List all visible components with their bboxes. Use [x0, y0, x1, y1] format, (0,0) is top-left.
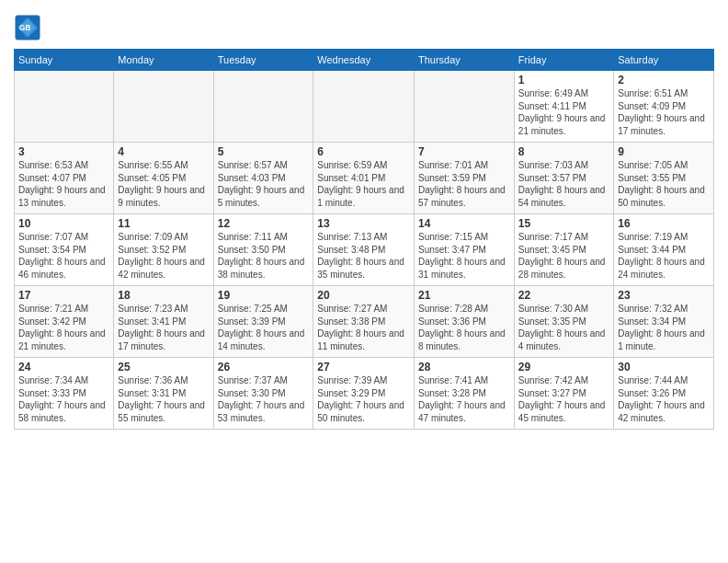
day-number: 22	[518, 289, 609, 302]
day-number: 2	[618, 74, 710, 86]
day-info: Sunrise: 7:07 AM Sunset: 3:54 PM Dayligh…	[18, 231, 109, 281]
day-info: Sunrise: 7:32 AM Sunset: 3:34 PM Dayligh…	[618, 303, 710, 352]
calendar-cell	[313, 71, 415, 143]
calendar-week-row: 24Sunrise: 7:34 AM Sunset: 3:33 PM Dayli…	[15, 358, 714, 430]
day-info: Sunrise: 7:19 AM Sunset: 3:44 PM Dayligh…	[618, 231, 710, 281]
calendar-cell: 4Sunrise: 6:55 AM Sunset: 4:05 PM Daylig…	[114, 143, 213, 214]
day-info: Sunrise: 7:21 AM Sunset: 3:42 PM Dayligh…	[18, 303, 109, 352]
calendar-cell: 14Sunrise: 7:15 AM Sunset: 3:47 PM Dayli…	[415, 214, 515, 286]
calendar-cell: 9Sunrise: 7:05 AM Sunset: 3:55 PM Daylig…	[614, 143, 714, 214]
day-info: Sunrise: 7:13 AM Sunset: 3:48 PM Dayligh…	[317, 231, 410, 281]
day-number: 12	[218, 217, 310, 230]
calendar-cell: 21Sunrise: 7:28 AM Sunset: 3:36 PM Dayli…	[415, 286, 515, 358]
day-number: 24	[18, 361, 109, 373]
day-info: Sunrise: 7:42 AM Sunset: 3:27 PM Dayligh…	[518, 374, 609, 424]
calendar-cell: 19Sunrise: 7:25 AM Sunset: 3:39 PM Dayli…	[213, 286, 313, 358]
calendar-week-row: 3Sunrise: 6:53 AM Sunset: 4:07 PM Daylig…	[15, 143, 714, 214]
day-info: Sunrise: 6:53 AM Sunset: 4:07 PM Dayligh…	[18, 159, 109, 209]
main-container: GB SundayMondayTuesdayWednesdayThursdayF…	[0, 0, 728, 434]
day-info: Sunrise: 7:27 AM Sunset: 3:38 PM Dayligh…	[317, 303, 410, 352]
calendar-cell: 11Sunrise: 7:09 AM Sunset: 3:52 PM Dayli…	[114, 214, 213, 286]
weekday-header-tuesday: Tuesday	[213, 50, 313, 71]
day-number: 11	[118, 217, 209, 230]
day-number: 9	[618, 145, 710, 158]
calendar-cell	[114, 71, 213, 143]
day-info: Sunrise: 7:36 AM Sunset: 3:31 PM Dayligh…	[118, 374, 209, 424]
day-info: Sunrise: 7:34 AM Sunset: 3:33 PM Dayligh…	[18, 374, 109, 424]
calendar-cell: 13Sunrise: 7:13 AM Sunset: 3:48 PM Dayli…	[313, 214, 415, 286]
day-number: 8	[518, 145, 609, 158]
day-info: Sunrise: 7:39 AM Sunset: 3:29 PM Dayligh…	[317, 374, 410, 424]
day-info: Sunrise: 6:59 AM Sunset: 4:01 PM Dayligh…	[317, 159, 410, 209]
day-info: Sunrise: 6:49 AM Sunset: 4:11 PM Dayligh…	[518, 87, 609, 137]
calendar-cell: 8Sunrise: 7:03 AM Sunset: 3:57 PM Daylig…	[514, 143, 613, 214]
day-number: 1	[518, 74, 609, 86]
calendar-cell	[415, 71, 515, 143]
calendar-cell: 29Sunrise: 7:42 AM Sunset: 3:27 PM Dayli…	[514, 358, 613, 430]
calendar-cell: 18Sunrise: 7:23 AM Sunset: 3:41 PM Dayli…	[114, 286, 213, 358]
day-info: Sunrise: 7:09 AM Sunset: 3:52 PM Dayligh…	[118, 231, 209, 281]
calendar-cell: 6Sunrise: 6:59 AM Sunset: 4:01 PM Daylig…	[313, 143, 415, 214]
day-number: 14	[418, 217, 510, 230]
calendar-cell: 1Sunrise: 6:49 AM Sunset: 4:11 PM Daylig…	[514, 71, 613, 143]
weekday-header-friday: Friday	[514, 50, 613, 71]
day-number: 16	[618, 217, 710, 230]
day-info: Sunrise: 7:41 AM Sunset: 3:28 PM Dayligh…	[418, 374, 510, 424]
calendar-table: SundayMondayTuesdayWednesdayThursdayFrid…	[14, 49, 714, 430]
logo: GB	[14, 14, 43, 41]
day-number: 19	[218, 289, 310, 302]
header: GB	[14, 9, 714, 41]
day-info: Sunrise: 7:01 AM Sunset: 3:59 PM Dayligh…	[418, 159, 510, 209]
calendar-cell	[15, 71, 114, 143]
day-info: Sunrise: 7:28 AM Sunset: 3:36 PM Dayligh…	[418, 303, 510, 352]
calendar-cell: 28Sunrise: 7:41 AM Sunset: 3:28 PM Dayli…	[415, 358, 515, 430]
calendar-cell: 20Sunrise: 7:27 AM Sunset: 3:38 PM Dayli…	[313, 286, 415, 358]
day-number: 21	[418, 289, 510, 302]
calendar-cell: 25Sunrise: 7:36 AM Sunset: 3:31 PM Dayli…	[114, 358, 213, 430]
weekday-header-saturday: Saturday	[614, 50, 714, 71]
calendar-week-row: 17Sunrise: 7:21 AM Sunset: 3:42 PM Dayli…	[15, 286, 714, 358]
day-number: 27	[317, 361, 410, 373]
calendar-cell: 26Sunrise: 7:37 AM Sunset: 3:30 PM Dayli…	[213, 358, 313, 430]
day-info: Sunrise: 7:30 AM Sunset: 3:35 PM Dayligh…	[518, 303, 609, 352]
day-number: 5	[218, 145, 310, 158]
day-info: Sunrise: 7:05 AM Sunset: 3:55 PM Dayligh…	[618, 159, 710, 209]
svg-text:GB: GB	[19, 24, 30, 32]
logo-icon: GB	[14, 14, 41, 41]
day-number: 25	[118, 361, 209, 373]
calendar-cell: 3Sunrise: 6:53 AM Sunset: 4:07 PM Daylig…	[15, 143, 114, 214]
calendar-cell: 10Sunrise: 7:07 AM Sunset: 3:54 PM Dayli…	[15, 214, 114, 286]
calendar-week-row: 10Sunrise: 7:07 AM Sunset: 3:54 PM Dayli…	[15, 214, 714, 286]
calendar-cell: 5Sunrise: 6:57 AM Sunset: 4:03 PM Daylig…	[213, 143, 313, 214]
day-number: 15	[518, 217, 609, 230]
day-info: Sunrise: 7:23 AM Sunset: 3:41 PM Dayligh…	[118, 303, 209, 352]
day-number: 13	[317, 217, 410, 230]
day-number: 6	[317, 145, 410, 158]
calendar-cell: 23Sunrise: 7:32 AM Sunset: 3:34 PM Dayli…	[614, 286, 714, 358]
day-info: Sunrise: 7:11 AM Sunset: 3:50 PM Dayligh…	[218, 231, 310, 281]
calendar-cell: 17Sunrise: 7:21 AM Sunset: 3:42 PM Dayli…	[15, 286, 114, 358]
calendar-cell: 30Sunrise: 7:44 AM Sunset: 3:26 PM Dayli…	[614, 358, 714, 430]
calendar-week-row: 1Sunrise: 6:49 AM Sunset: 4:11 PM Daylig…	[15, 71, 714, 143]
day-number: 20	[317, 289, 410, 302]
weekday-header-wednesday: Wednesday	[313, 50, 415, 71]
day-info: Sunrise: 7:25 AM Sunset: 3:39 PM Dayligh…	[218, 303, 310, 352]
day-number: 7	[418, 145, 510, 158]
calendar-cell: 12Sunrise: 7:11 AM Sunset: 3:50 PM Dayli…	[213, 214, 313, 286]
day-info: Sunrise: 7:17 AM Sunset: 3:45 PM Dayligh…	[518, 231, 609, 281]
day-number: 4	[118, 145, 209, 158]
day-number: 28	[418, 361, 510, 373]
day-info: Sunrise: 6:55 AM Sunset: 4:05 PM Dayligh…	[118, 159, 209, 209]
day-number: 3	[18, 145, 109, 158]
calendar-cell: 15Sunrise: 7:17 AM Sunset: 3:45 PM Dayli…	[514, 214, 613, 286]
calendar-header-row: SundayMondayTuesdayWednesdayThursdayFrid…	[15, 50, 714, 71]
day-info: Sunrise: 6:51 AM Sunset: 4:09 PM Dayligh…	[618, 87, 710, 137]
weekday-header-thursday: Thursday	[415, 50, 515, 71]
calendar-cell: 27Sunrise: 7:39 AM Sunset: 3:29 PM Dayli…	[313, 358, 415, 430]
day-number: 23	[618, 289, 710, 302]
day-number: 30	[618, 361, 710, 373]
weekday-header-monday: Monday	[114, 50, 213, 71]
weekday-header-sunday: Sunday	[15, 50, 114, 71]
day-number: 29	[518, 361, 609, 373]
calendar-cell: 24Sunrise: 7:34 AM Sunset: 3:33 PM Dayli…	[15, 358, 114, 430]
